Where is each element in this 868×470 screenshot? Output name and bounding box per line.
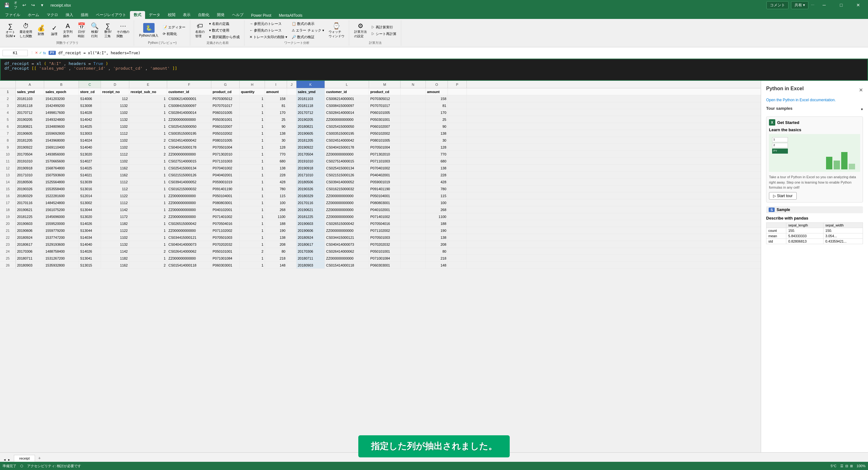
cell[interactable]: CS028414000014 [167, 109, 211, 116]
cell[interactable]: CS008415000097 [325, 102, 369, 109]
cell[interactable]: 90 [426, 123, 448, 130]
cell[interactable]: ZZ000000000000 [325, 255, 369, 261]
cell[interactable]: 1559779200 [44, 227, 79, 234]
cell[interactable]: P070701017 [211, 102, 240, 109]
cell[interactable]: CS040415000178 [167, 144, 211, 151]
cell[interactable]: 30 [426, 137, 448, 144]
cell[interactable] [287, 123, 297, 130]
cell[interactable]: 1570665600 [44, 158, 79, 164]
close-button[interactable]: ✕ [851, 0, 866, 10]
cell[interactable]: CS015414000118 [167, 262, 211, 269]
cell[interactable]: 1102 [101, 234, 129, 241]
cell[interactable]: P050102002 [211, 130, 240, 136]
cell[interactable]: CS026414000062 [325, 248, 369, 255]
trace-precedents-button[interactable]: → 参照元のトレース [248, 21, 289, 27]
cell[interactable]: S14006 [79, 95, 101, 102]
cell[interactable]: P040102001 [369, 206, 401, 213]
cell[interactable]: 100 [426, 199, 448, 206]
cell[interactable]: P070305012 [211, 95, 240, 102]
cell[interactable]: 138 [426, 130, 448, 136]
cell[interactable]: P070504016 [211, 220, 240, 227]
cell[interactable]: 2 [129, 248, 167, 255]
cell[interactable]: 1132 [101, 116, 129, 123]
cell[interactable]: P091401190 [369, 186, 401, 192]
cell[interactable]: 138 [426, 165, 448, 171]
tab-help[interactable]: ヘルプ [228, 11, 247, 19]
page-break-view-button[interactable]: ⊞ [850, 464, 853, 468]
cell[interactable]: 20180329 [297, 192, 325, 199]
confirm-formula-button[interactable]: ✓ [39, 51, 42, 55]
cell[interactable]: 1 [129, 220, 167, 227]
cell[interactable]: 228 [265, 171, 287, 178]
cell[interactable]: S13003 [79, 130, 101, 136]
cell[interactable]: P091401190 [211, 186, 240, 192]
cell[interactable]: S13020 [79, 151, 101, 157]
cell[interactable]: S13002 [79, 199, 101, 206]
cell[interactable] [287, 255, 297, 261]
cell[interactable]: 20180617 [297, 241, 325, 248]
cell[interactable]: 1122 [101, 227, 129, 234]
cell[interactable] [401, 220, 426, 227]
col-header-n[interactable]: N [401, 81, 426, 88]
cell[interactable]: P040402001 [369, 171, 401, 178]
cell[interactable]: 80 [426, 248, 448, 255]
cell[interactable]: 1535932800 [44, 262, 79, 269]
minimize-button[interactable]: ─ [817, 0, 831, 10]
cell[interactable]: 1 [240, 192, 265, 199]
cell[interactable]: 25 [426, 116, 448, 123]
cell[interactable]: P060101005 [211, 109, 240, 116]
cell[interactable] [448, 116, 467, 123]
cell[interactable]: CS025415000050 [325, 123, 369, 130]
cell[interactable]: S13041 [79, 255, 101, 261]
cell[interactable]: 1 [240, 179, 265, 185]
cell[interactable]: 1102 [101, 123, 129, 130]
cell[interactable]: 20181118 [16, 102, 44, 109]
cell[interactable] [287, 234, 297, 241]
cell[interactable] [287, 220, 297, 227]
cell[interactable]: S13015 [79, 262, 101, 269]
cell[interactable]: 1 [129, 234, 167, 241]
cell[interactable]: S14026 [79, 220, 101, 227]
cell[interactable]: CS024514000042 [167, 137, 211, 144]
cell[interactable] [287, 262, 297, 269]
cell[interactable]: 1 [240, 206, 265, 213]
cell[interactable] [448, 123, 467, 130]
cell[interactable]: CS027514000015 [167, 158, 211, 164]
tab-data[interactable]: データ [145, 11, 164, 19]
cell[interactable]: S14027 [79, 158, 101, 164]
cell-m1[interactable]: product_cd [369, 88, 401, 95]
cell[interactable]: 1484524800 [44, 199, 79, 206]
cell[interactable] [448, 95, 467, 102]
cell[interactable]: P070504016 [369, 220, 401, 227]
cell[interactable]: 90 [265, 123, 287, 130]
cell[interactable] [287, 248, 297, 255]
cell[interactable]: 20171010 [16, 171, 44, 178]
cell[interactable]: CS026515000042 [167, 220, 211, 227]
tab-file[interactable]: ファイル [1, 11, 24, 19]
cell[interactable] [448, 130, 467, 136]
cell[interactable]: P050104001 [369, 192, 401, 199]
cell[interactable]: 428 [265, 179, 287, 185]
cell[interactable]: S12014 [79, 192, 101, 199]
col-header-p[interactable]: P [448, 81, 467, 88]
cell[interactable]: P070202032 [211, 241, 240, 248]
tab-developer[interactable]: 開発 [213, 11, 228, 19]
evaluate-button[interactable]: 🔎 数式の検証 [290, 34, 326, 40]
create-from-selection-button[interactable]: ▾ 選択範囲から作成 [207, 34, 242, 40]
cell[interactable]: 780 [265, 186, 287, 192]
name-manager-button[interactable]: 🏷 名前の管理 [193, 22, 207, 40]
cell[interactable]: 1132 [101, 241, 129, 248]
cell[interactable]: 1 [129, 109, 167, 116]
cell[interactable] [287, 241, 297, 248]
cell[interactable] [448, 199, 467, 206]
cell[interactable]: 1 [129, 130, 167, 136]
cell[interactable]: CS039414000052 [167, 179, 211, 185]
cell[interactable]: P070501003 [211, 234, 240, 241]
cell[interactable] [401, 95, 426, 102]
cell[interactable] [401, 130, 426, 136]
cell[interactable] [401, 227, 426, 234]
cell[interactable]: 1 [129, 144, 167, 151]
cell[interactable]: S13020 [79, 213, 101, 220]
cell[interactable]: S13008 [79, 102, 101, 109]
cell[interactable]: 1 [129, 227, 167, 234]
